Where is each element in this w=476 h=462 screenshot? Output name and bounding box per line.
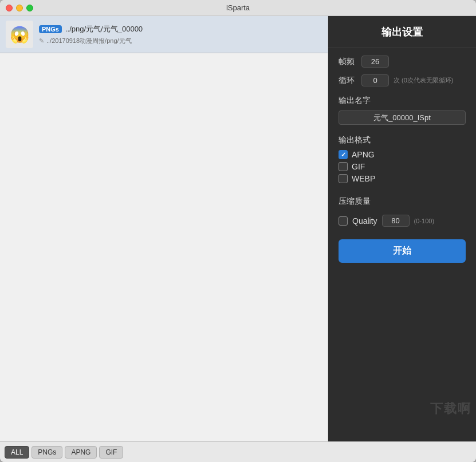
file-subpath: ✎ ../20170918动漫周报/png/元气 xyxy=(39,37,322,45)
canvas-area xyxy=(0,53,328,441)
file-info: PNGs ../png/元气/元气_00000 ✎ ../20170918动漫周… xyxy=(39,24,322,45)
emoji-icon: 😱 xyxy=(10,25,30,44)
webp-label: WEBP xyxy=(352,174,375,183)
main-content: 😱 PNGs ../png/元气/元气_00000 ✎ ../20170918动… xyxy=(0,16,476,441)
window-title: iSparta xyxy=(226,3,250,12)
quality-label: Quality xyxy=(352,216,377,226)
gif-label: GIF xyxy=(352,162,365,171)
titlebar: iSparta xyxy=(0,0,476,16)
frame-rate-label: 帧频 xyxy=(339,57,357,67)
loop-hint: 次 (0次代表无限循环) xyxy=(394,76,454,85)
left-panel: 😱 PNGs ../png/元气/元气_00000 ✎ ../20170918动… xyxy=(0,16,328,441)
tab-apng[interactable]: APNG xyxy=(65,446,97,459)
file-type-tag: PNGs xyxy=(39,25,62,33)
quality-row: Quality (0-100) xyxy=(339,215,466,227)
frame-rate-input[interactable] xyxy=(361,56,389,68)
tab-pngs[interactable]: PNGs xyxy=(32,446,62,459)
bottom-tabs: ALL PNGs APNG GIF xyxy=(0,441,476,462)
traffic-lights xyxy=(6,5,33,11)
apng-label: APNG xyxy=(352,150,375,159)
file-thumbnail: 😱 xyxy=(6,21,33,48)
maximize-button[interactable] xyxy=(26,5,33,11)
quality-hint: (0-100) xyxy=(414,218,434,224)
quality-section: Quality (0-100) xyxy=(339,211,466,227)
loop-input[interactable] xyxy=(361,74,389,86)
start-button[interactable]: 开始 xyxy=(339,239,466,263)
format-apng[interactable]: APNG xyxy=(339,150,466,159)
quality-checkbox[interactable] xyxy=(339,216,348,226)
close-button[interactable] xyxy=(6,5,13,11)
compress-label: 压缩质量 xyxy=(339,196,466,207)
settings-title: 输出设置 xyxy=(328,16,476,48)
right-panel: 输出设置 帧频 循环 次 (0次代表无限循环) 输出名字 xyxy=(328,16,476,271)
frame-rate-row: 帧频 xyxy=(339,56,466,68)
file-name-row: PNGs ../png/元气/元气_00000 xyxy=(39,24,322,34)
main-window: iSparta 😱 PNGs ../png/元气/元气_00000 ✎ ../2… xyxy=(0,0,476,462)
output-name-input[interactable] xyxy=(339,110,466,125)
tab-all[interactable]: ALL xyxy=(5,446,29,459)
apng-checkbox[interactable] xyxy=(339,150,348,159)
format-section-title: 输出格式 xyxy=(339,135,466,145)
file-item[interactable]: 😱 PNGs ../png/元气/元气_00000 ✎ ../20170918动… xyxy=(0,16,328,53)
format-webp[interactable]: WEBP xyxy=(339,174,466,183)
file-path: ../png/元气/元气_00000 xyxy=(65,24,143,34)
gif-checkbox[interactable] xyxy=(339,162,348,171)
webp-checkbox[interactable] xyxy=(339,174,348,183)
output-name-label: 输出名字 xyxy=(339,96,466,106)
quality-input[interactable] xyxy=(382,215,410,227)
tab-gif[interactable]: GIF xyxy=(99,446,123,459)
watermark: 下载啊 xyxy=(430,400,471,417)
settings-body: 帧频 循环 次 (0次代表无限循环) 输出名字 输出格式 xyxy=(328,48,476,271)
minimize-button[interactable] xyxy=(16,5,23,11)
pencil-icon: ✎ xyxy=(39,37,44,45)
loop-label: 循环 xyxy=(339,76,357,86)
loop-row: 循环 次 (0次代表无限循环) xyxy=(339,74,466,86)
format-gif[interactable]: GIF xyxy=(339,162,466,171)
format-section: APNG GIF WEBP xyxy=(339,150,466,186)
file-subpath-text: ../20170918动漫周报/png/元气 xyxy=(46,37,132,45)
right-panel-wrapper: 输出设置 帧频 循环 次 (0次代表无限循环) 输出名字 xyxy=(328,16,476,441)
